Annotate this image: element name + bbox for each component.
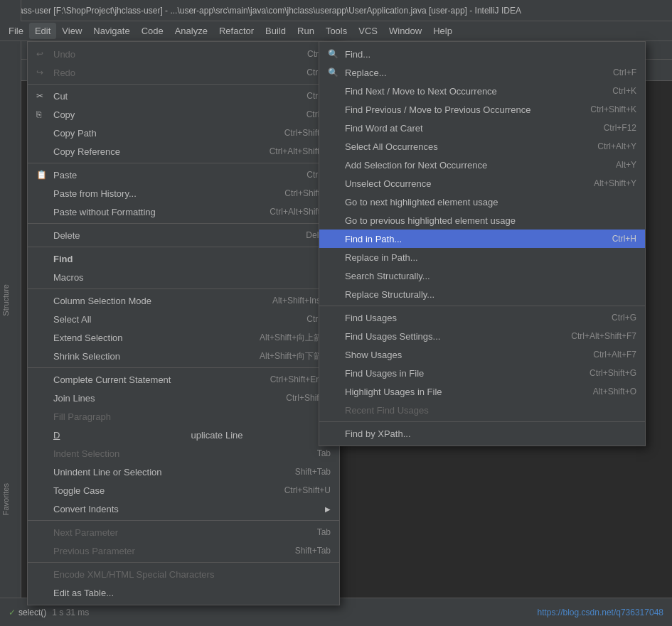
menu-dup-line[interactable]: Duplicate Line — [28, 426, 339, 444]
submenu-find-usages[interactable]: Find Usages Ctrl+G — [319, 308, 645, 327]
find-submenu: 🔍 Find... 🔍 Replace... Ctrl+F Find Next … — [319, 41, 646, 446]
menu-indent-sel[interactable]: Indent Selection Tab — [28, 444, 339, 463]
menu-help[interactable]: Help — [427, 23, 458, 39]
sm-separator-2 — [319, 421, 645, 422]
menu-redo[interactable]: ↪ Redo Ctrl+Y — [28, 63, 339, 82]
submenu-find-in-path[interactable]: Find in Path... Ctrl+H — [319, 230, 645, 248]
menu-convert-indents[interactable]: Convert Indents ▶ — [28, 500, 339, 518]
menu-bar: File Edit View Navigate Code Analyze Ref… — [0, 21, 672, 41]
separator-5 — [28, 288, 339, 289]
submenu-find-xpath[interactable]: Find by XPath... — [319, 424, 645, 443]
submenu-highlight-usages[interactable]: Highlight Usages in File Alt+Shift+O — [319, 382, 645, 401]
submenu-select-all[interactable]: Select All Occurrences Ctrl+Alt+Y — [319, 137, 645, 156]
status-select: select() — [18, 608, 46, 617]
submenu-next-highlight[interactable]: Go to next highlighted element usage — [319, 193, 645, 211]
menu-analyze[interactable]: Analyze — [169, 23, 213, 39]
menu-edit[interactable]: Edit — [29, 23, 56, 39]
menu-fill-para[interactable]: Fill Paragraph — [28, 407, 339, 426]
menu-code[interactable]: Code — [136, 23, 169, 39]
separator-2 — [28, 163, 339, 163]
edit-menu-dropdown: ↩ Undo Ctrl+Z ↪ Redo Ctrl+Y ✂ Cut Ctrl+X… — [27, 41, 340, 605]
submenu-search-struct[interactable]: Search Structurally... — [319, 266, 645, 285]
menu-window[interactable]: Window — [383, 23, 427, 39]
convert-arrow-icon: ▶ — [325, 505, 331, 513]
menu-tools[interactable]: Tools — [320, 23, 353, 39]
submenu-recent-find[interactable]: Recent Find Usages — [319, 401, 645, 419]
submenu-show-usages[interactable]: Show Usages Ctrl+Alt+F7 — [319, 345, 645, 364]
paste-icon: 📋 — [36, 170, 49, 180]
menu-column-mode[interactable]: Column Selection Mode Alt+Shift+Insert — [28, 291, 339, 310]
undo-icon: ↩ — [36, 49, 49, 59]
menu-find[interactable]: Find ▶ — [28, 249, 339, 268]
separator-8 — [28, 562, 339, 563]
menu-view[interactable]: View — [56, 23, 87, 39]
status-url[interactable]: https://blog.csdn.net/q736317048 — [538, 608, 663, 617]
separator-3 — [28, 223, 339, 224]
menu-edit-table[interactable]: Edit as Table... — [28, 583, 339, 602]
submenu-find-usages-file[interactable]: Find Usages in File Ctrl+Shift+G — [319, 364, 645, 382]
menu-prev-param[interactable]: Previous Parameter Shift+Tab — [28, 541, 339, 560]
submenu-find-usages-settings[interactable]: Find Usages Settings... Ctrl+Alt+Shift+F… — [319, 327, 645, 345]
structure-label: Structure — [1, 284, 10, 316]
separator-6 — [28, 367, 339, 368]
separator-4 — [28, 247, 339, 247]
menu-undo[interactable]: ↩ Undo Ctrl+Z — [28, 45, 339, 63]
replace-icon: 🔍 — [328, 68, 342, 77]
menu-build[interactable]: Build — [260, 23, 292, 39]
menu-paste-history[interactable]: Paste from History... Ctrl+Shift+V — [28, 184, 339, 203]
find-icon: 🔍 — [328, 49, 342, 59]
check-icon: ✓ — [9, 608, 16, 617]
copy-icon: ⎘ — [36, 109, 49, 119]
menu-macros[interactable]: Macros ▶ — [28, 268, 339, 286]
menu-navigate[interactable]: Navigate — [87, 23, 135, 39]
menu-paste[interactable]: 📋 Paste Ctrl+V — [28, 166, 339, 184]
submenu-add-sel-next[interactable]: Add Selection for Next Occurrence Alt+Y — [319, 156, 645, 174]
menu-vcs[interactable]: VCS — [353, 23, 383, 39]
menu-next-param[interactable]: Next Parameter Tab — [28, 523, 339, 541]
menu-complete-stmt[interactable]: Complete Current Statement Ctrl+Shift+En… — [28, 370, 339, 389]
menu-copy-path[interactable]: Copy Path Ctrl+Shift+C — [28, 124, 339, 142]
menu-extend-sel[interactable]: Extend Selection Alt+Shift+向上箭头 — [28, 328, 339, 347]
status-time: 1 s 31 ms — [52, 608, 89, 617]
submenu-find-next[interactable]: Find Next / Move to Next Occurrence Ctrl… — [319, 82, 645, 100]
favorites-label: Favorites — [1, 483, 10, 515]
submenu-replace-in-path[interactable]: Replace in Path... — [319, 248, 645, 266]
submenu-replace-struct[interactable]: Replace Structurally... — [319, 285, 645, 303]
menu-toggle-case[interactable]: Toggle Case Ctrl+Shift+U — [28, 481, 339, 500]
cut-icon: ✂ — [36, 91, 49, 101]
menu-refactor[interactable]: Refactor — [213, 23, 260, 39]
redo-icon: ↪ — [36, 68, 49, 77]
submenu-find[interactable]: 🔍 Find... — [319, 45, 645, 63]
menu-unindent[interactable]: Unindent Line or Selection Shift+Tab — [28, 463, 339, 481]
menu-delete[interactable]: Delete Delete — [28, 226, 339, 244]
menu-paste-noformat[interactable]: Paste without Formatting Ctrl+Alt+Shift+… — [28, 203, 339, 221]
title-text: jhclass-user [F:\ShopProject\jhclass-use… — [6, 6, 521, 16]
submenu-prev-highlight[interactable]: Go to previous highlighted element usage — [319, 211, 645, 230]
menu-shrink-sel[interactable]: Shrink Selection Alt+Shift+向下箭头 — [28, 347, 339, 365]
menu-encode-xml[interactable]: Encode XML/HTML Special Characters — [28, 565, 339, 583]
submenu-find-word[interactable]: Find Word at Caret Ctrl+F12 — [319, 119, 645, 137]
menu-cut[interactable]: ✂ Cut Ctrl+X — [28, 87, 339, 105]
submenu-find-prev[interactable]: Find Previous / Move to Previous Occurre… — [319, 100, 645, 119]
submenu-unselect[interactable]: Unselect Occurrence Alt+Shift+Y — [319, 174, 645, 193]
separator-7 — [28, 520, 339, 521]
submenu-replace[interactable]: 🔍 Replace... Ctrl+F — [319, 63, 645, 82]
menu-file[interactable]: File — [3, 23, 29, 39]
title-bar: jhclass-user [F:\ShopProject\jhclass-use… — [0, 0, 672, 21]
sm-separator-1 — [319, 306, 645, 306]
left-sidebar: Structure Favorites — [0, 0, 21, 626]
separator-1 — [28, 84, 339, 85]
menu-join-lines[interactable]: Join Lines Ctrl+Shift+J — [28, 389, 339, 407]
menu-copy-reference[interactable]: Copy Reference Ctrl+Alt+Shift+C — [28, 142, 339, 161]
menu-copy[interactable]: ⎘ Copy Ctrl+C — [28, 105, 339, 124]
menu-run[interactable]: Run — [292, 23, 320, 39]
menu-select-all[interactable]: Select All Ctrl+A — [28, 310, 339, 328]
